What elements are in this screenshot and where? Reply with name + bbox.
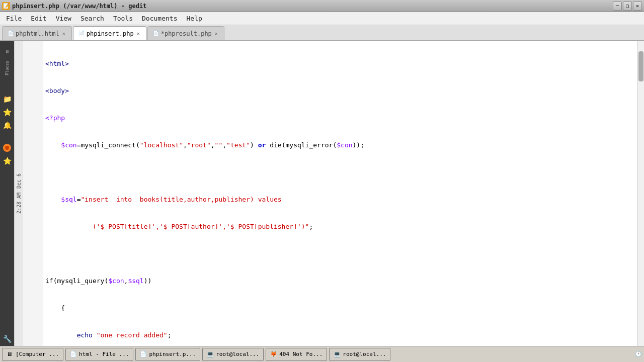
taskbar-label-terminal1: root@local... [216, 351, 259, 357]
window-controls: ─ □ ✕ [613, 2, 642, 11]
sidebar-notify-icon[interactable]: 🔔 [2, 120, 13, 131]
tab-icon-phpresult: 📄 [153, 31, 159, 36]
code-line-6: $sql="insert into books(title,author,pub… [45, 195, 637, 204]
line-num-7 [23, 96, 43, 105]
scrollbar[interactable] [637, 41, 644, 346]
minimize-button[interactable]: ─ [613, 2, 622, 11]
line-num-14 [23, 159, 43, 168]
menu-view[interactable]: View [52, 14, 75, 23]
taskbar: 🖥 [Computer ... 📄 html - File ... 📄 phpi… [0, 346, 644, 362]
code-line-11: echo "one record added"; [45, 331, 637, 340]
time-text: 2:28 AM [16, 193, 22, 214]
menu-bar: File Edit View Search Tools Documents He… [0, 12, 644, 25]
window-title: phpinsert.php (/var/www/html) - gedit [12, 3, 146, 10]
taskbar-icon-phpinsert: 📄 [140, 351, 147, 358]
line-num-2 [23, 50, 43, 59]
line-num-23 [23, 240, 43, 249]
taskbar-label-terminal2: root@local... [343, 351, 386, 357]
line-num-24 [23, 249, 43, 258]
line-num-11 [23, 132, 43, 141]
code-area[interactable]: <html> <body> <?php $con=mysqli_connect(… [23, 41, 644, 346]
line-num-19 [23, 204, 43, 213]
svg-point-1 [5, 146, 9, 150]
tab-close-phphtml[interactable]: ✕ [61, 31, 66, 36]
taskbar-icon-computer: 🖥 [7, 351, 14, 358]
clock-icon: 🕐 [635, 351, 642, 357]
tab-phphtml[interactable]: 📄 phphtml.html ✕ [2, 26, 72, 40]
menu-search[interactable]: Search [76, 14, 108, 23]
taskbar-icon-firefox: 🦊 [270, 351, 277, 358]
tab-label-phpresult: *phpresult.php [161, 30, 212, 37]
tab-phpresult[interactable]: 📄 *phpresult.php ✕ [147, 26, 224, 40]
taskbar-btn-computer[interactable]: 🖥 [Computer ... [2, 348, 63, 361]
tab-icon-phpinsert: 📄 [78, 31, 85, 36]
code-line-7: ('$_POST[title]','$_POST[author]','$_POS… [45, 222, 637, 231]
line-num-15 [23, 168, 43, 177]
sidebar-places-icon[interactable]: 🖥 [2, 46, 13, 57]
title-bar: 📝 phpinsert.php (/var/www/html) - gedit … [0, 0, 644, 12]
date-text: Dec 6 [16, 173, 22, 189]
line-num-10 [23, 123, 43, 132]
code-content[interactable]: <html> <body> <?php $con=mysqli_connect(… [43, 41, 637, 346]
taskbar-clock: 🕐 [635, 351, 642, 357]
line-numbers [23, 41, 43, 346]
taskbar-label-html: html - File ... [79, 351, 129, 357]
line-num-12 [23, 141, 43, 150]
sidebar-tool-icon[interactable]: 🔧 [2, 333, 13, 344]
code-line-4: $con=mysqli_connect("localhost","root","… [45, 141, 637, 150]
line-num-22 [23, 231, 43, 240]
code-line-10: { [45, 304, 637, 313]
taskbar-btn-terminal1[interactable]: 💻 root@local... [202, 348, 264, 361]
taskbar-btn-html[interactable]: 📄 html - File ... [65, 348, 133, 361]
code-line-1: <html> [45, 59, 637, 68]
time-display: 2:28 AM Dec 6 [14, 41, 23, 346]
code-line-5 [45, 168, 637, 177]
sidebar-star-icon[interactable]: ⭐ [2, 107, 13, 118]
code-line-3: <?php [45, 114, 637, 123]
line-num-8 [23, 105, 43, 114]
code-line-8 [45, 249, 637, 258]
line-num-18 [23, 195, 43, 204]
scrollbar-thumb[interactable] [638, 51, 643, 81]
taskbar-icon-terminal1: 💻 [207, 351, 214, 358]
taskbar-label-firefox: 404 Not Fo... [279, 351, 323, 357]
sidebar-star2-icon[interactable]: ⭐ [2, 155, 13, 166]
menu-documents[interactable]: Documents [138, 14, 181, 23]
line-num-4 [23, 68, 43, 77]
line-num-16 [23, 177, 43, 186]
tab-icon-phphtml: 📄 [8, 31, 14, 36]
close-button[interactable]: ✕ [633, 2, 642, 11]
line-num-9 [23, 114, 43, 123]
editor-container: 🖥 Places 📁 ⭐ 🔔 ⭐ 🔧 2:28 AM Dec 6 [0, 41, 644, 346]
tab-label-phpinsert: phpinsert.php [87, 30, 134, 37]
line-num-3 [23, 59, 43, 68]
line-num-13 [23, 150, 43, 159]
line-num-17 [23, 186, 43, 195]
code-line-2: <body> [45, 86, 637, 96]
taskbar-btn-terminal2[interactable]: 💻 root@local... [329, 348, 390, 361]
sidebar-gnome-icon[interactable] [2, 142, 13, 153]
maximize-button[interactable]: □ [623, 2, 632, 11]
taskbar-btn-phpinsert[interactable]: 📄 phpinsert.p... [135, 348, 200, 361]
taskbar-icon-terminal2: 💻 [334, 351, 341, 358]
line-num-6 [23, 86, 43, 96]
tab-label-phphtml: phphtml.html [16, 30, 59, 37]
sidebar-apps-icon[interactable]: 📁 [2, 94, 13, 105]
tabs-bar: 📄 phphtml.html ✕ 📄 phpinsert.php ✕ 📄 *ph… [0, 25, 644, 41]
taskbar-label-phpinsert: phpinsert.p... [149, 351, 196, 357]
menu-edit[interactable]: Edit [27, 14, 50, 23]
tab-close-phpresult[interactable]: ✕ [214, 31, 219, 36]
menu-file[interactable]: File [2, 14, 26, 23]
tab-close-phpinsert[interactable]: ✕ [136, 31, 141, 36]
taskbar-btn-firefox[interactable]: 🦊 404 Not Fo... [266, 348, 327, 361]
line-num-1 [23, 41, 43, 50]
tab-phpinsert[interactable]: 📄 phpinsert.php ✕ [73, 26, 146, 40]
line-num-21 [23, 222, 43, 231]
menu-tools[interactable]: Tools [109, 14, 137, 23]
line-num-20 [23, 213, 43, 222]
taskbar-label-computer: [Computer ... [16, 351, 59, 357]
line-num-5 [23, 77, 43, 86]
taskbar-icon-html: 📄 [70, 351, 77, 358]
menu-help[interactable]: Help [183, 14, 206, 23]
line-num-25 [23, 258, 43, 267]
